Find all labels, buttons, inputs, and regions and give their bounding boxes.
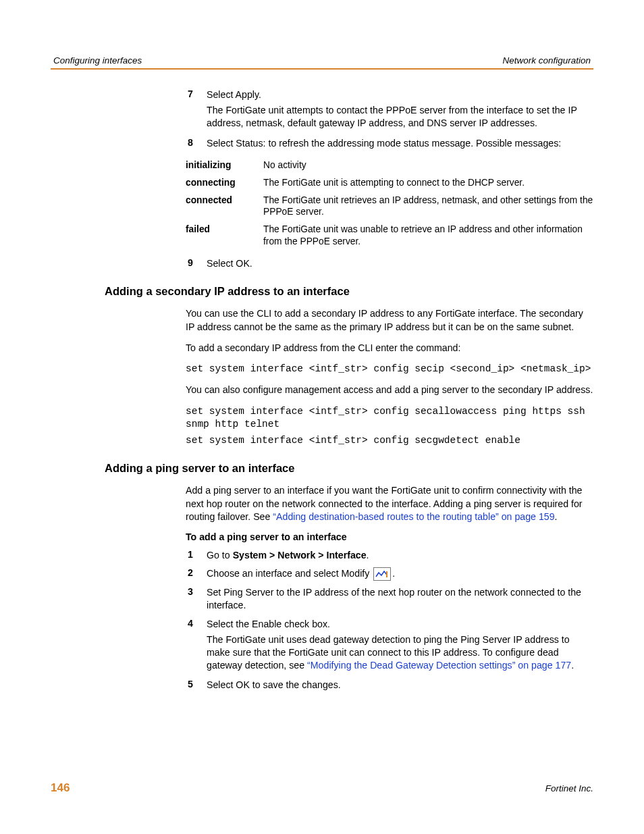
section-heading-ping-server: Adding a ping server to an interface [105, 462, 593, 475]
table-row: failed The FortiGate unit was unable to … [186, 221, 593, 251]
step-7: 7 Select Apply. The FortiGate unit attem… [165, 88, 593, 130]
step-text: Select the Enable check box. [207, 618, 593, 631]
step-text: Choose an interface and select Modify . [207, 567, 593, 581]
ping-step-5: 5 Select OK to save the changes. [165, 679, 593, 692]
step-number: 7 [165, 88, 207, 130]
step-number: 1 [165, 549, 207, 562]
status-term: connected [186, 192, 263, 221]
step-number: 4 [165, 618, 207, 673]
step-text: The FortiGate unit uses dead gateway det… [207, 633, 593, 673]
step-9: 9 Select OK. [165, 257, 593, 270]
section-body: Add a ping server to an interface if you… [186, 484, 593, 523]
page: Configuring interfaces Network configura… [0, 0, 644, 834]
status-desc: The FortiGate unit was unable to retriev… [263, 221, 593, 251]
procedure-heading: To add a ping server to an interface [186, 531, 593, 542]
step-text: Set Ping Server to the IP address of the… [207, 586, 593, 612]
code-block: set system interface <intf_str> config s… [186, 405, 593, 432]
step-number: 3 [165, 586, 207, 612]
status-table: initializing No activity connecting The … [186, 157, 593, 251]
ping-step-3: 3 Set Ping Server to the IP address of t… [165, 586, 593, 612]
step-text: Go to System > Network > Interface. [207, 549, 593, 562]
status-desc: The FortiGate unit is attempting to conn… [263, 174, 593, 192]
step-text: Select OK to save the changes. [207, 679, 593, 692]
step-number: 5 [165, 679, 207, 692]
menu-path: System > Network > Interface [233, 550, 367, 561]
table-row: connecting The FortiGate unit is attempt… [186, 174, 593, 192]
running-header: Configuring interfaces Network configura… [51, 55, 593, 68]
status-desc: No activity [263, 157, 593, 174]
page-number: 146 [51, 781, 70, 795]
table-row: connected The FortiGate unit retrieves a… [186, 192, 593, 221]
step-number: 2 [165, 567, 207, 581]
xref-dead-gateway[interactable]: “Modifying the Dead Gateway Detection se… [307, 660, 571, 671]
step-text: Select Apply. [207, 88, 593, 101]
status-desc: The FortiGate unit retrieves an IP addre… [263, 192, 593, 221]
step-8: 8 Select Status: to refresh the addressi… [165, 137, 593, 150]
status-term: failed [186, 221, 263, 251]
paragraph: You can also configure management access… [186, 384, 593, 396]
step-text: The FortiGate unit attempts to contact t… [207, 104, 593, 130]
header-rule [51, 68, 593, 70]
ping-step-1: 1 Go to System > Network > Interface. [165, 549, 593, 562]
header-right: Network configuration [502, 55, 591, 66]
table-row: initializing No activity [186, 157, 593, 174]
paragraph: You can use the CLI to add a secondary I… [186, 307, 593, 333]
footer-company: Fortinet Inc. [545, 783, 593, 793]
xref-destination-routes[interactable]: “Adding destination-based routes to the … [273, 511, 554, 522]
status-term: connecting [186, 174, 263, 192]
code-block: set system interface <intf_str> config s… [186, 434, 593, 448]
step-text: Select OK. [207, 257, 593, 270]
ping-step-4: 4 Select the Enable check box. The Forti… [165, 618, 593, 673]
header-left: Configuring interfaces [53, 55, 142, 66]
paragraph: To add a secondary IP address from the C… [186, 342, 593, 355]
step-text: Select Status: to refresh the addressing… [207, 137, 593, 150]
status-term: initializing [186, 157, 263, 174]
step-number: 9 [165, 257, 207, 270]
code-block: set system interface <intf_str> config s… [186, 363, 593, 376]
footer: 146 Fortinet Inc. [51, 781, 593, 795]
modify-icon [373, 567, 391, 581]
section-heading-secondary-ip: Adding a secondary IP address to an inte… [105, 285, 593, 298]
ping-step-2: 2 Choose an interface and select Modify … [165, 567, 593, 581]
step-number: 8 [165, 137, 207, 150]
paragraph: Add a ping server to an interface if you… [186, 484, 593, 523]
section-body: You can use the CLI to add a secondary I… [186, 307, 593, 447]
